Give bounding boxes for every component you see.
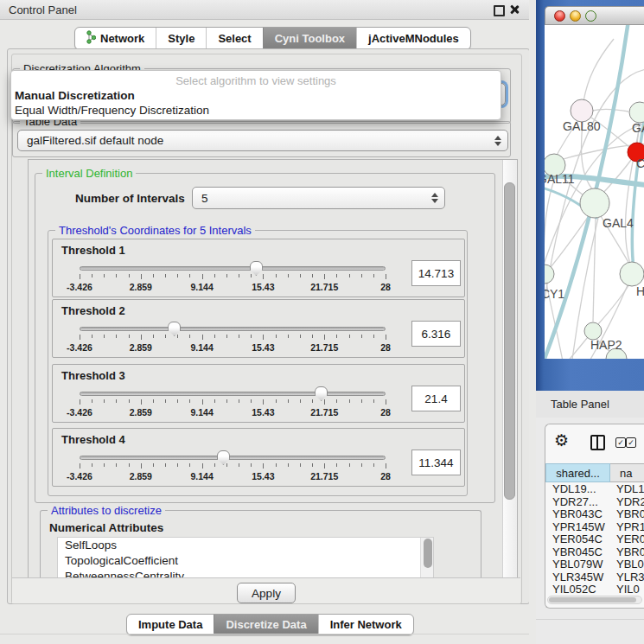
vertical-scrollbar[interactable] [502,160,517,578]
numerical-attributes-list[interactable]: SelfLoopsTopologicalCoefficientBetweenne… [57,537,434,578]
table-row[interactable]: YDR27...YDR2 [545,496,644,509]
threshold-value-field[interactable]: 6.316 [411,321,461,347]
tick-mark [251,335,252,338]
network-node[interactable] [584,322,602,340]
thresholds-group-title: Threshold's Coordinates for 5 Intervals [55,224,255,237]
cell-name[interactable]: YER0 [610,533,644,546]
tab-style[interactable]: Style [156,28,206,49]
column-header-1[interactable]: shared... [545,463,610,482]
tab-jactivemnodules[interactable]: jActiveMNodules [356,28,470,49]
tab-network[interactable]: Network [75,28,156,49]
cell-name[interactable]: YLR3 [610,571,644,584]
tab-discretize-data[interactable]: Discretize Data [214,615,317,634]
apply-button[interactable]: Apply [237,583,296,603]
column-header-2[interactable]: na [610,463,644,482]
list-item-topologicalcoefficient[interactable]: TopologicalCoefficient [58,553,433,569]
horizontal-scrollbar[interactable] [547,596,642,604]
tick-mark [129,335,130,338]
algorithm-option-equal-width[interactable]: Equal Width/Frequency Discretization [15,104,209,117]
threshold-value-field[interactable]: 21.4 [411,386,461,411]
threshold-slider[interactable] [80,392,386,397]
list-scrollbar[interactable] [420,538,433,577]
threshold-value-field[interactable]: 14.713 [411,260,461,286]
table-row[interactable]: YDL19...YDL1 [545,483,644,496]
column-header-label: na [620,467,632,480]
algorithm-option-manual[interactable]: Manual Discretization [15,89,135,102]
float-window-icon[interactable] [494,5,505,16]
cell-shared-name[interactable]: YBR043C [545,508,610,521]
cell-name[interactable]: YIL0 [610,583,644,595]
table-row[interactable]: YIL052CYIL0 [545,583,644,595]
zoom-traffic-light-icon[interactable] [585,10,596,22]
close-icon[interactable] [509,4,520,15]
threshold-slider[interactable] [80,327,386,332]
cell-name[interactable]: YBR0 [610,508,644,521]
table-data-combo[interactable]: galFiltered.sif default node [17,130,508,151]
network-window-titlebar[interactable] [545,6,644,25]
network-canvas[interactable]: GAL80GACGAL11GAL4GCY1HHAP2 [545,25,644,359]
tick-mark [386,399,386,405]
tick-mark [300,335,301,338]
threshold-slider[interactable] [80,266,386,271]
cell-shared-name[interactable]: YLR345W [545,571,610,584]
threshold-panel-1: Threshold 1-3.4262.8599.14415.4321.71528… [52,239,465,297]
tick-mark [153,274,154,277]
table-row[interactable]: YBR045CYBR0 [545,546,644,559]
cell-shared-name[interactable]: YDL19... [545,483,610,496]
tab-infer-network[interactable]: Infer Network [318,615,413,634]
slider-track[interactable] [80,266,386,271]
tab-label: Style [168,32,194,45]
select-all-checkbox-icon[interactable]: ✓ [615,437,626,448]
close-traffic-light-icon[interactable] [554,10,565,22]
threshold-slider[interactable] [80,456,386,461]
tick-label: -3.426 [67,407,92,418]
cell-name[interactable]: YBL0 [610,558,644,571]
table-row[interactable]: YLR345WYLR3 [545,571,644,584]
cell-shared-name[interactable]: YDR27... [545,496,610,509]
network-node[interactable] [620,262,644,286]
select-none-checkbox-icon[interactable]: ✓ [626,437,636,448]
minimize-traffic-light-icon[interactable] [570,10,581,22]
tick-mark [153,463,154,467]
table-row[interactable]: YBL079WYBL0 [545,558,644,571]
cell-shared-name[interactable]: YBR045C [545,546,610,559]
tick-label: 2.859 [130,407,152,418]
tick-mark [300,274,301,277]
tick-mark [263,399,264,405]
vertical-scrollbar-thumb[interactable] [504,182,515,500]
tab-select[interactable]: Select [206,28,262,49]
tab-impute-data[interactable]: Impute Data [127,615,214,634]
table-row[interactable]: YPR145WYPR1 [545,521,644,534]
panel-splitter[interactable] [529,0,536,644]
network-node[interactable] [545,265,554,284]
cell-name[interactable]: YDR2 [610,496,644,509]
algorithm-dropdown-popup: Select algorithm to view settings Manual… [10,70,501,120]
threshold-value-field[interactable]: 11.344 [411,450,461,475]
cell-name[interactable]: YPR1 [610,521,644,534]
slider-track[interactable] [80,456,386,460]
cell-shared-name[interactable]: YPR145W [545,521,610,534]
gear-icon[interactable]: ⚙ [554,431,569,449]
network-node[interactable] [629,102,644,123]
cell-shared-name[interactable]: YBL079W [545,558,610,571]
horizontal-scrollbar-thumb[interactable] [549,597,636,603]
columns-icon[interactable] [590,435,605,450]
slider-track[interactable] [80,327,386,331]
cell-shared-name[interactable]: YER054C [545,533,610,546]
table-row[interactable]: YER054CYER0 [545,533,644,546]
tick-label: 21.715 [310,282,338,292]
slider-track[interactable] [80,392,386,396]
cell-shared-name[interactable]: YIL052C [545,583,610,595]
tick-mark [214,274,215,277]
number-of-intervals-combo[interactable]: 5 [192,187,445,209]
cell-name[interactable]: YDL1 [610,483,644,496]
interval-definition-group-title: Interval Definition [42,167,136,180]
table-row[interactable]: YBR043CYBR0 [545,508,644,521]
tick-mark [373,463,374,467]
network-node[interactable] [580,188,609,218]
list-scrollbar-thumb[interactable] [424,539,432,568]
slider-ticks: -3.4262.8599.14415.4321.71528 [80,399,386,417]
list-item-selfloops[interactable]: SelfLoops [58,538,433,553]
tab-cyni-toolbox[interactable]: Cyni Toolbox [263,28,356,49]
cell-name[interactable]: YBR0 [610,546,644,559]
